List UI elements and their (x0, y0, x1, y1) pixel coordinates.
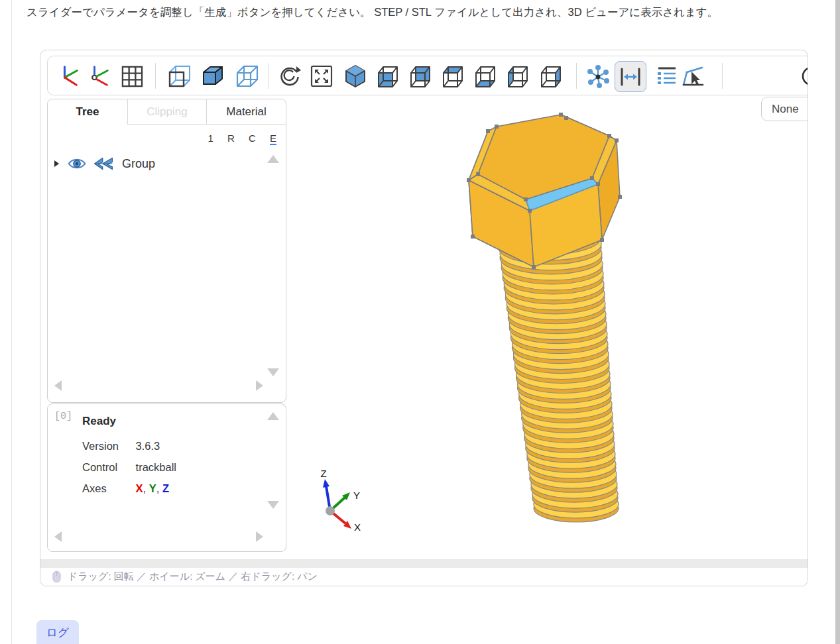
front-view-icon[interactable] (375, 64, 400, 89)
transparent-icon[interactable] (235, 64, 260, 89)
left-view-icon[interactable] (505, 64, 530, 89)
rear-view-icon[interactable] (408, 64, 433, 89)
mouse-icon (52, 570, 61, 583)
tree-node-group[interactable]: Group (54, 156, 155, 171)
ortho-icon[interactable] (167, 64, 192, 89)
tab-tree[interactable]: Tree (48, 99, 128, 125)
scroll-right-arrow[interactable] (256, 380, 263, 391)
scroll-down-arrow[interactable] (267, 501, 279, 509)
tree-collapse-controls: 1 R C E (196, 133, 276, 144)
scroll-right-arrow[interactable] (256, 531, 263, 542)
angle-measure-icon[interactable] (681, 64, 706, 89)
axes0-icon[interactable] (88, 64, 113, 89)
tree-control-1[interactable]: 1 (208, 133, 213, 144)
properties-list-icon[interactable] (654, 64, 680, 89)
viewer-state: Ready (82, 415, 116, 428)
clock-icon[interactable] (800, 64, 808, 89)
tree-control-r[interactable]: R (227, 133, 235, 144)
axes-sep: , (156, 482, 162, 494)
axes-x: X (136, 482, 143, 494)
iso-view-icon[interactable] (343, 64, 368, 89)
scroll-left-arrow[interactable] (54, 531, 62, 542)
statusbar-divider (40, 559, 808, 568)
resize-fit-icon[interactable] (309, 64, 334, 89)
orientation-gizmo: Z Y X (292, 464, 385, 543)
scroll-down-arrow[interactable] (267, 368, 279, 376)
version-label: Version (82, 440, 133, 453)
mouse-hint-text: ドラッグ: 回転 ／ ホイール: ズーム ／ 右ドラッグ: パン (68, 570, 318, 583)
black-edges-icon[interactable] (200, 64, 225, 89)
control-value: trackball (136, 461, 176, 473)
axes-z: Z (162, 482, 169, 494)
cad-viewer: None Tree Clipping Material 1 R C E (40, 50, 808, 586)
message-index-badge: [0] (54, 411, 72, 422)
log-toggle-button[interactable]: ログ (36, 620, 79, 644)
tab-clipping[interactable]: Clipping (128, 99, 207, 125)
axes-label: Axes (82, 482, 133, 495)
control-label: Control (82, 461, 133, 474)
control-row: Control trackball (82, 461, 176, 474)
canvas-3d[interactable]: Z Y X (286, 95, 808, 559)
right-view-icon[interactable] (538, 64, 564, 89)
viewer-toolbar (47, 56, 808, 95)
tree-panel: Tree Clipping Material 1 R C E Group (47, 99, 286, 403)
toolbar-separator (576, 63, 577, 89)
viewer-statusbar: ドラッグ: 回転 ／ ホイール: ズーム ／ 右ドラッグ: パン (40, 568, 808, 586)
scroll-left-arrow[interactable] (54, 380, 62, 391)
scroll-up-arrow[interactable] (267, 412, 279, 420)
instruction-text: スライダーでパラメータを調整し「生成」ボタンを押してください。 STEP / S… (27, 5, 718, 20)
reset-view-icon[interactable] (276, 64, 302, 89)
toolbar-separator (722, 63, 723, 89)
tree-node-label[interactable]: Group (122, 157, 155, 171)
grid-icon[interactable] (119, 64, 145, 89)
bolt-model (412, 93, 664, 531)
tree-control-e[interactable]: E (270, 133, 276, 145)
gizmo-y-label: Y (353, 490, 360, 501)
eye-icon[interactable] (67, 157, 87, 170)
version-row: Version 3.6.3 (82, 440, 160, 453)
version-value: 3.6.3 (136, 440, 160, 452)
page-scrollbar[interactable] (835, 0, 840, 644)
info-panel: [0] Ready Version 3.6.3 Control trackbal… (47, 403, 286, 552)
bottom-view-icon[interactable] (473, 64, 498, 89)
axes-icon[interactable] (57, 64, 82, 89)
expand-caret-icon[interactable] (54, 160, 59, 167)
toolbar-separator (269, 63, 269, 89)
panel-tabbar: Tree Clipping Material (48, 99, 286, 125)
explode-icon[interactable] (586, 64, 611, 89)
card-left-border (11, 0, 12, 644)
axes-row: Axes X, Y, Z (82, 482, 169, 495)
tab-material[interactable]: Material (207, 99, 286, 125)
distance-measure-icon[interactable] (615, 61, 646, 92)
group-shape-icon (91, 156, 116, 171)
top-view-icon[interactable] (440, 64, 465, 89)
gizmo-x-label: X (354, 521, 361, 533)
axes-sep: , (143, 482, 149, 494)
bolt-threads (497, 217, 619, 522)
toolbar-separator (155, 63, 156, 89)
axes-y: Y (149, 482, 156, 494)
gizmo-z-label: Z (320, 468, 326, 479)
scroll-up-arrow[interactable] (267, 155, 279, 163)
tree-control-c[interactable]: C (249, 133, 256, 144)
